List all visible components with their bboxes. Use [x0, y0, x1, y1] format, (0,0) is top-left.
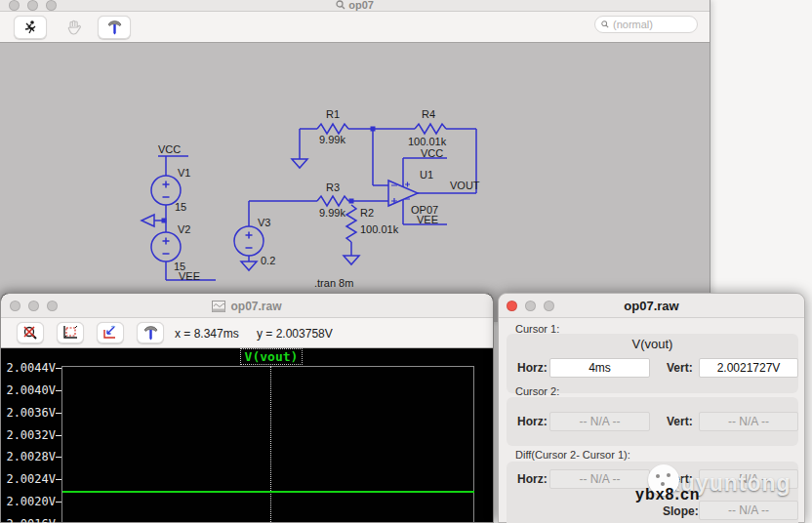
value-r3[interactable]: 9.99k — [319, 207, 345, 219]
resistor-r1[interactable] — [317, 124, 348, 134]
cursor2-vert-field[interactable]: -- N/A -- — [699, 412, 798, 431]
y-coordinate-readout: y = 2.003758V — [257, 327, 333, 341]
label-v1[interactable]: V1 — [178, 167, 190, 179]
zoom-full-extents-button[interactable] — [17, 322, 44, 343]
x-coordinate-readout: x = 8.347ms — [175, 327, 239, 341]
autorange-button[interactable] — [97, 322, 124, 343]
schematic-doc-icon — [336, 0, 345, 10]
horz-label: Horz: — [517, 361, 548, 375]
zoom-cancel-icon — [21, 325, 39, 341]
cursor1-vert-field[interactable]: 2.0021727V — [699, 358, 798, 378]
search-icon — [601, 20, 609, 29]
run-button[interactable] — [14, 16, 47, 39]
net-label-vee[interactable]: VEE — [179, 270, 200, 282]
ground-left-icon[interactable] — [142, 215, 154, 226]
horz-label: Horz: — [517, 472, 548, 486]
diff-vert-field[interactable]: -- N/A -- — [699, 469, 798, 489]
schematic-toolbar — [0, 12, 710, 43]
plot-frame — [61, 366, 474, 523]
ground-r2-icon[interactable] — [344, 256, 359, 264]
value-v1[interactable]: 15 — [175, 201, 186, 213]
hammer-icon — [106, 20, 123, 35]
resistor-r3[interactable] — [317, 196, 348, 206]
y-axis-tick: 2.0020V — [1, 495, 56, 508]
trace-legend[interactable]: V(vout) — [240, 348, 303, 365]
ground-r1-icon[interactable] — [292, 159, 307, 168]
diff-section-label: Diff(Cursor 2- Cursor 1): — [515, 449, 630, 461]
diff-slope-field[interactable]: -- N/A -- — [699, 501, 798, 520]
label-r1[interactable]: R1 — [326, 108, 340, 120]
horz-label: Horz: — [517, 415, 548, 428]
cursor-window: op07.raw Cursor 1: V(vout) Horz: 4ms Ver… — [498, 293, 805, 523]
vert-label: Vert: — [667, 472, 693, 486]
cursor1-vertical-line[interactable] — [270, 366, 271, 522]
y-axis-tick: 2.0044V — [1, 361, 56, 375]
cursor1-trace-name: V(vout) — [507, 337, 798, 351]
label-v3[interactable]: V3 — [258, 217, 270, 228]
y-axis-tick: 2.0032V — [1, 428, 56, 442]
spice-directive[interactable]: .tran 8m — [314, 277, 353, 289]
value-r4[interactable]: 100.01k — [408, 136, 447, 147]
run-icon — [22, 20, 38, 35]
resistor-r4[interactable] — [415, 124, 446, 134]
pan-button[interactable] — [57, 16, 90, 39]
resistor-r2[interactable] — [346, 205, 356, 242]
diff-horz-field[interactable]: -- N/A -- — [549, 469, 650, 489]
y-axis-tick: 2.0040V — [1, 383, 56, 397]
waveform-titlebar: op07.raw — [1, 294, 493, 318]
net-label-opamp-vcc[interactable]: VCC — [421, 147, 443, 159]
search-input[interactable] — [613, 19, 691, 30]
slope-label: Slope: — [663, 504, 699, 518]
label-u1[interactable]: U1 — [420, 169, 433, 181]
trace-vout[interactable] — [62, 491, 474, 493]
schematic-canvas[interactable]: VCC V1 15 V2 15 VEE V3 0.2 R1 9.99k R4 1… — [0, 43, 710, 322]
voltage-source-v2[interactable] — [151, 232, 181, 262]
value-v3[interactable]: 0.2 — [261, 255, 275, 266]
autorange-icon — [102, 325, 119, 341]
cursor2-section-label: Cursor 2: — [515, 385, 559, 397]
hand-icon — [66, 20, 81, 35]
wire-r1-ground[interactable] — [300, 129, 317, 159]
net-label-vcc[interactable]: VCC — [158, 143, 181, 155]
vert-label: Vert: — [667, 361, 693, 375]
diff-group: Horz: -- N/A -- Vert: -- N/A -- Slope: -… — [507, 462, 798, 523]
zoom-box-button[interactable] — [57, 322, 84, 343]
value-r1[interactable]: 9.99k — [319, 134, 345, 145]
wire-r1-r4-opamp[interactable] — [348, 129, 415, 185]
label-v2[interactable]: V2 — [178, 223, 190, 235]
hammer-icon — [142, 325, 159, 341]
cursor2-group: Horz: -- N/A -- Vert: -- N/A -- — [507, 397, 798, 446]
y-axis-tick: 2.0016V — [1, 517, 56, 523]
cursor2-horz-field[interactable]: -- N/A -- — [549, 412, 650, 431]
cursor1-group: V(vout) Horz: 4ms Vert: 2.0021727V — [507, 334, 798, 393]
label-r3[interactable]: R3 — [326, 181, 340, 193]
net-label-opamp-vee[interactable]: VEE — [417, 214, 438, 225]
voltage-source-v3[interactable] — [234, 226, 264, 256]
label-r2[interactable]: R2 — [360, 207, 374, 219]
schematic-window: VCC V1 15 V2 15 VEE V3 0.2 R1 9.99k R4 1… — [0, 0, 710, 322]
y-axis-tick: 2.0024V — [1, 472, 56, 486]
waveform-doc-icon — [212, 301, 225, 312]
control-panel-button[interactable] — [98, 16, 131, 39]
waveform-toolbar: x = 8.347ms y = 2.003758V — [1, 318, 493, 348]
label-r4[interactable]: R4 — [422, 108, 435, 120]
cursor-titlebar: op07.raw — [499, 294, 804, 318]
y-axis-tick: 2.0028V — [1, 450, 56, 463]
control-panel-button[interactable] — [137, 322, 164, 343]
zoom-box-icon — [61, 325, 79, 341]
window-title: op07.raw — [624, 299, 678, 313]
waveform-window: op07.raw — [0, 293, 494, 523]
schematic-titlebar: op07 — [0, 0, 710, 12]
net-label-vout[interactable]: VOUT — [450, 180, 480, 191]
vert-label: Vert: — [667, 415, 693, 428]
plot-area[interactable]: 2.0044V 2.0040V 2.0036V 2.0032V 2.0028V … — [1, 348, 493, 522]
cursor1-horz-field[interactable]: 4ms — [549, 358, 650, 378]
window-title: op07.raw — [1, 294, 493, 318]
y-axis-tick: 2.0036V — [1, 406, 56, 420]
search-field[interactable] — [594, 16, 698, 33]
ground-v3-icon[interactable] — [241, 262, 257, 270]
window-title: op07 — [0, 0, 710, 11]
value-r2[interactable]: 100.01k — [360, 223, 399, 235]
